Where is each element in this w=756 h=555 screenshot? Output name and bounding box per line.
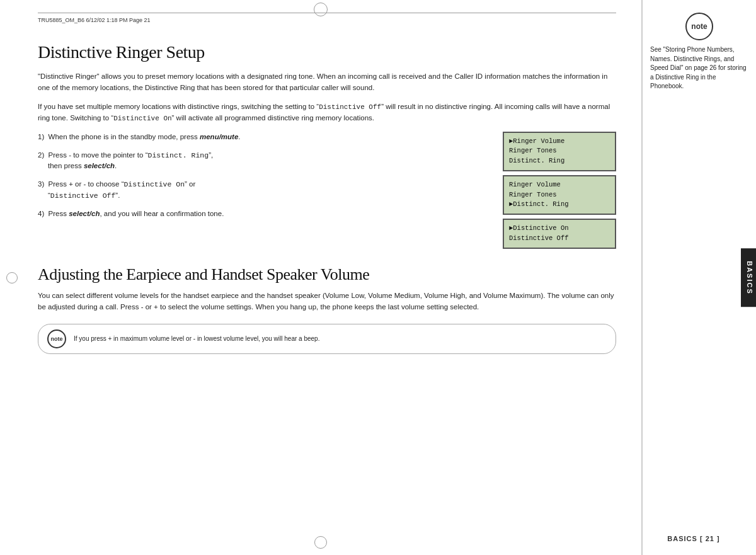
step4-bold: select/ch <box>69 210 100 217</box>
crop-mark-bottom <box>314 536 327 549</box>
page-number: BASICS [ 21 ] <box>650 535 737 542</box>
note-box-text: If you press + in maximum volume level o… <box>74 335 319 343</box>
step3-code2: Distinctive Off <box>50 192 116 200</box>
lcd-screen-1: ►Ringer Volume Ringer Tones Distinct. Ri… <box>503 132 616 171</box>
section1-para1: "Distinctive Ringer" allows you to prese… <box>38 71 616 94</box>
lcd-screen-3: ►Distinctive On Distinctive Off <box>503 219 616 249</box>
steps-area: 1) When the phone is in the standby mode… <box>38 132 616 253</box>
left-margin-circle <box>6 272 18 283</box>
section2: Adjusting the Earpiece and Handset Speak… <box>38 265 616 355</box>
sidebar-note-text: See "Storing Phone Numbers, Names. Disti… <box>650 45 748 91</box>
note-icon-sm: note <box>47 329 66 348</box>
step-3: 3) Press + or - to choose “Distinctive O… <box>38 179 490 201</box>
code-distinctive-on: Distinctive On <box>113 115 171 122</box>
main-content: TRU5885_OM_B6 6/12/02 1:18 PM Page 21 Di… <box>0 0 643 555</box>
right-sidebar: note See "Storing Phone Numbers, Names. … <box>643 0 756 555</box>
section2-title: Adjusting the Earpiece and Handset Speak… <box>38 265 616 284</box>
lcd-screen-2: Ringer Volume Ringer Tones ►Distinct. Ri… <box>503 175 616 215</box>
step3-code1: Distinctive On <box>123 180 185 188</box>
steps-text: 1) When the phone is in the standby mode… <box>38 132 490 253</box>
note-circle-icon: note <box>685 13 713 40</box>
section1-title: Distinctive Ringer Setup <box>38 42 616 62</box>
code-distinctive-off: Distinctive Off <box>319 103 381 111</box>
sidebar-note-area: note See "Storing Phone Numbers, Names. … <box>650 13 748 91</box>
section2-para1: You can select different volume levels f… <box>38 290 616 313</box>
header-text: TRU5885_OM_B6 6/12/02 1:18 PM Page 21 <box>38 17 151 23</box>
basics-tab: BASICS <box>741 248 756 307</box>
section1: Distinctive Ringer Setup "Distinctive Ri… <box>38 42 616 253</box>
page-container: TRU5885_OM_B6 6/12/02 1:18 PM Page 21 Di… <box>0 0 756 555</box>
section1-para2: If you have set multiple memory location… <box>38 101 616 124</box>
step-4: 4) Press select/ch, and you will hear a … <box>38 209 490 219</box>
step2-code: Distinct. Ring <box>148 151 209 159</box>
note-box: note If you press + in maximum volume le… <box>38 324 616 354</box>
step1-bold: menu/mute <box>200 133 238 140</box>
step-1: 1) When the phone is in the standby mode… <box>38 132 490 142</box>
step2-bold: select/ch <box>84 162 115 169</box>
crop-mark-top-circle <box>314 3 328 16</box>
lcd-screens: ►Ringer Volume Ringer Tones Distinct. Ri… <box>503 132 616 253</box>
step-2: 2) Press - to move the pointer to “Disti… <box>38 150 490 172</box>
header-line: TRU5885_OM_B6 6/12/02 1:18 PM Page 21 <box>38 13 616 23</box>
